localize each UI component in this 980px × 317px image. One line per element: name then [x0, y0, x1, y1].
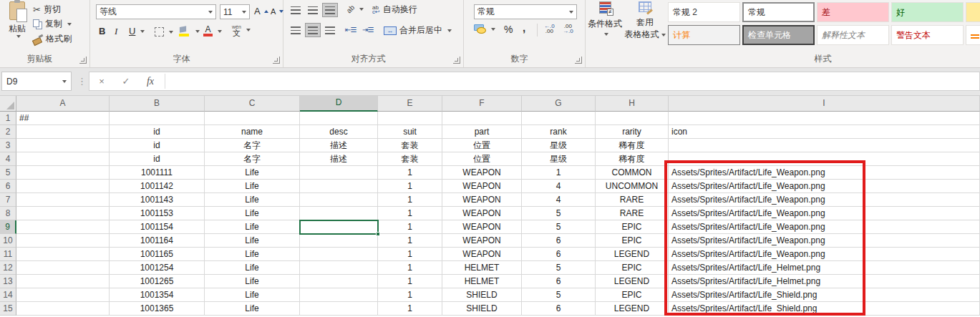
cell-D12[interactable]: [300, 261, 378, 275]
cell-F1[interactable]: [442, 112, 522, 125]
cell-F12[interactable]: HELMET: [442, 261, 522, 275]
align-middle-button[interactable]: [305, 3, 321, 17]
cell-B1[interactable]: [110, 112, 205, 125]
accounting-dropdown-arrow[interactable]: [491, 28, 495, 31]
font-dialog-launcher[interactable]: [273, 57, 280, 64]
cell-A4[interactable]: [16, 152, 110, 166]
cell-H2[interactable]: rarity: [596, 125, 669, 139]
cell-G4[interactable]: 星级: [522, 152, 596, 166]
row-header-2[interactable]: 2: [0, 125, 16, 139]
cell-A8[interactable]: [16, 207, 110, 220]
cell-F13[interactable]: HELMET: [442, 275, 522, 288]
borders-button[interactable]: [155, 27, 173, 36]
font-color-dropdown-arrow[interactable]: [218, 30, 222, 33]
cell-C14[interactable]: Life: [205, 288, 300, 302]
cell-C11[interactable]: Life: [205, 248, 300, 261]
cell-H8[interactable]: RARE: [596, 207, 669, 220]
cell-A13[interactable]: [16, 275, 110, 288]
number-format-dropdown-arrow[interactable]: [569, 11, 573, 14]
font-name-dropdown-arrow[interactable]: [208, 11, 213, 14]
row-header-6[interactable]: 6: [0, 180, 16, 193]
cell-F14[interactable]: SHIELD: [442, 288, 522, 302]
cell-D4[interactable]: 描述: [300, 152, 378, 166]
style-calculation[interactable]: 计算: [668, 25, 740, 45]
align-top-button[interactable]: [288, 3, 304, 17]
cell-I1[interactable]: [669, 112, 980, 125]
cell-B5[interactable]: 1001111: [110, 166, 205, 180]
cell-E13[interactable]: 1: [378, 275, 442, 288]
cell-F8[interactable]: WEAPON: [442, 207, 522, 220]
cell-D13[interactable]: [300, 275, 378, 288]
column-header-F[interactable]: F: [442, 96, 522, 112]
cell-G13[interactable]: 6: [522, 275, 596, 288]
cell-F2[interactable]: part: [442, 125, 522, 139]
cell-E1[interactable]: [378, 112, 442, 125]
cell-D10[interactable]: [300, 234, 378, 248]
wrap-text-button[interactable]: abc↩ 自动换行: [372, 4, 417, 16]
style-normal-2[interactable]: 常规 2: [668, 2, 740, 22]
cell-H11[interactable]: LEGEND: [596, 248, 669, 261]
cell-G10[interactable]: 6: [522, 234, 596, 248]
cell-A6[interactable]: [16, 180, 110, 193]
cell-F4[interactable]: 位置: [442, 152, 522, 166]
cell-G8[interactable]: 5: [522, 207, 596, 220]
cell-C9[interactable]: Life: [205, 220, 300, 234]
underline-dropdown-arrow[interactable]: [140, 30, 145, 33]
column-header-E[interactable]: E: [378, 96, 442, 112]
row-header-15[interactable]: 15: [0, 302, 16, 316]
number-format-select[interactable]: 常规: [474, 4, 577, 19]
underline-button[interactable]: U: [129, 26, 145, 36]
cell-A3[interactable]: [16, 139, 110, 152]
cell-G9[interactable]: 5: [522, 220, 596, 234]
cell-F3[interactable]: 位置: [442, 139, 522, 152]
decrease-indent-button[interactable]: ⇤☰: [345, 26, 356, 34]
column-header-D[interactable]: D: [300, 96, 378, 112]
cell-E11[interactable]: 1: [378, 248, 442, 261]
cell-E6[interactable]: 1: [378, 180, 442, 193]
row-header-5[interactable]: 5: [0, 166, 16, 180]
cell-F9[interactable]: WEAPON: [442, 220, 522, 234]
increase-font-size-button[interactable]: A: [254, 6, 268, 16]
row-header-1[interactable]: 1: [0, 112, 16, 125]
font-size-dropdown-arrow[interactable]: [242, 11, 246, 14]
cell-H10[interactable]: EPIC: [596, 234, 669, 248]
align-center-button[interactable]: [305, 23, 321, 37]
cell-I3[interactable]: [669, 139, 980, 152]
align-bottom-button[interactable]: [322, 3, 338, 17]
cell-B15[interactable]: 1001365: [110, 302, 205, 316]
cell-B6[interactable]: 1001142: [110, 180, 205, 193]
cell-B4[interactable]: id: [110, 152, 205, 166]
bold-button[interactable]: B: [99, 26, 105, 36]
insert-function-button[interactable]: fx: [138, 76, 162, 87]
cell-H4[interactable]: 稀有度: [596, 152, 669, 166]
cell-B10[interactable]: 1001164: [110, 234, 205, 248]
phonetic-guide-button[interactable]: wén文: [232, 24, 251, 36]
row-header-10[interactable]: 10: [0, 234, 16, 248]
merge-center-button[interactable]: ↔ 合并后居中: [384, 24, 452, 36]
cell-H14[interactable]: EPIC: [596, 288, 669, 302]
style-partial-neutral[interactable]: [966, 2, 980, 22]
cell-G2[interactable]: rank: [522, 125, 596, 139]
cell-D1[interactable]: [300, 112, 378, 125]
cell-G15[interactable]: 6: [522, 302, 596, 316]
row-header-12[interactable]: 12: [0, 261, 16, 275]
copy-dropdown-arrow[interactable]: [67, 23, 72, 26]
copy-button[interactable]: 复制: [33, 18, 72, 30]
cell-B11[interactable]: 1001165: [110, 248, 205, 261]
italic-button[interactable]: I: [115, 26, 117, 37]
cell-A7[interactable]: [16, 193, 110, 207]
cell-B2[interactable]: id: [110, 125, 205, 139]
row-header-4[interactable]: 4: [0, 152, 16, 166]
decrease-font-size-button[interactable]: A: [271, 7, 283, 16]
cell-F5[interactable]: WEAPON: [442, 166, 522, 180]
format-as-table-button[interactable]: 套用 表格格式: [624, 1, 666, 41]
style-explanatory-text[interactable]: 解释性文本: [817, 25, 889, 45]
increase-decimal-button[interactable]: ←.0.00: [544, 24, 555, 34]
cell-H13[interactable]: LEGEND: [596, 275, 669, 288]
cell-H1[interactable]: [596, 112, 669, 125]
cell-A14[interactable]: [16, 288, 110, 302]
cell-A1[interactable]: ##: [16, 112, 110, 125]
format-painter-button[interactable]: 格式刷: [33, 33, 72, 45]
cell-C13[interactable]: Life: [205, 275, 300, 288]
cell-B9[interactable]: 1001154: [110, 220, 205, 234]
